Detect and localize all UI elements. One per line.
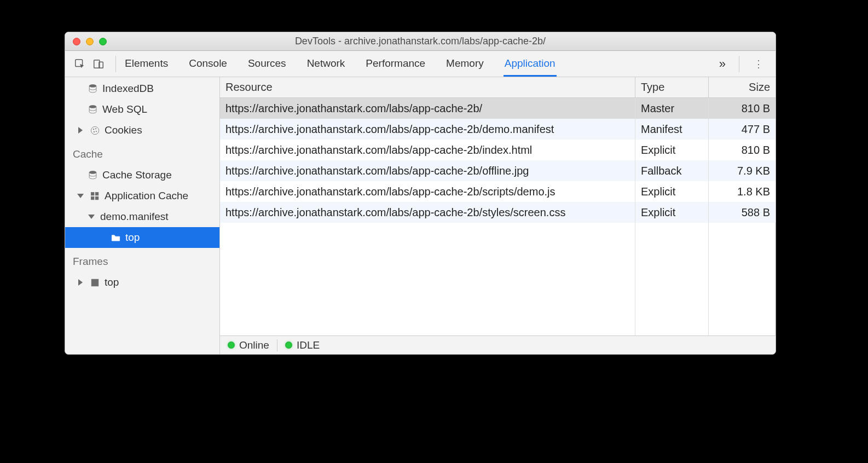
chevron-down-icon <box>88 215 95 219</box>
devtools-window: DevTools - archive.jonathanstark.com/lab… <box>65 32 776 355</box>
cell-resource: https://archive.jonathanstark.com/labs/a… <box>220 202 635 223</box>
status-bar: Online IDLE <box>220 335 776 354</box>
cell-type: Master <box>635 98 709 119</box>
sidebar-label: Cookies <box>105 124 142 136</box>
sidebar-item-indexeddb[interactable]: IndexedDB <box>65 78 219 99</box>
cell-size: 1.8 KB <box>709 181 776 202</box>
table-row[interactable]: https://archive.jonathanstark.com/labs/a… <box>220 140 776 160</box>
panel-tabs: Elements Console Sources Network Perform… <box>124 52 714 76</box>
close-window-button[interactable] <box>73 38 80 45</box>
table-filler <box>220 223 776 335</box>
divider <box>115 56 116 72</box>
sidebar-item-websql[interactable]: Web SQL <box>65 99 219 120</box>
tab-application[interactable]: Application <box>504 52 557 77</box>
table-row[interactable]: https://archive.jonathanstark.com/labs/a… <box>220 160 776 181</box>
sidebar-label: IndexedDB <box>102 83 154 95</box>
svg-point-7 <box>95 128 96 129</box>
tab-network[interactable]: Network <box>306 52 346 76</box>
sidebar-item-top-frame[interactable]: top <box>65 227 219 248</box>
svg-rect-14 <box>95 196 99 200</box>
inspect-element-icon[interactable] <box>71 55 89 73</box>
cell-type: Explicit <box>635 140 709 160</box>
svg-point-6 <box>93 129 94 130</box>
status-led-icon <box>228 342 235 349</box>
main-panel: Resource Type Size https://archive.jonat… <box>220 77 776 354</box>
svg-point-5 <box>91 126 99 134</box>
divider <box>277 339 277 351</box>
sidebar-group-frames: Frames <box>65 248 219 272</box>
sidebar-group-cache: Cache <box>65 141 219 165</box>
svg-rect-12 <box>95 192 99 195</box>
cell-resource: https://archive.jonathanstark.com/labs/a… <box>220 160 635 181</box>
tab-elements[interactable]: Elements <box>124 52 169 76</box>
sidebar-item-application-cache[interactable]: Application Cache <box>65 186 219 206</box>
cell-resource: https://archive.jonathanstark.com/labs/a… <box>220 119 635 140</box>
tab-memory[interactable]: Memory <box>445 52 485 76</box>
database-icon <box>87 170 98 181</box>
minimize-window-button[interactable] <box>86 38 94 45</box>
cell-size: 477 B <box>709 119 776 140</box>
window-title: DevTools - archive.jonathanstark.com/lab… <box>65 36 776 47</box>
cell-type: Explicit <box>635 181 709 202</box>
svg-point-4 <box>89 105 96 108</box>
sidebar-label: Web SQL <box>102 103 147 115</box>
sidebar-label: Application Cache <box>105 190 188 202</box>
cell-type: Fallback <box>635 160 709 181</box>
sidebar-label: Cache Storage <box>102 169 172 181</box>
cell-resource: https://archive.jonathanstark.com/labs/a… <box>220 98 635 119</box>
sidebar-item-cookies[interactable]: Cookies <box>65 120 219 141</box>
more-tabs-icon[interactable]: » <box>714 57 731 71</box>
status-online: Online <box>228 339 269 351</box>
table-row[interactable]: https://archive.jonathanstark.com/labs/a… <box>220 119 776 140</box>
status-label: IDLE <box>297 339 320 351</box>
cell-resource: https://archive.jonathanstark.com/labs/a… <box>220 140 635 160</box>
svg-point-3 <box>89 84 96 87</box>
tab-performance[interactable]: Performance <box>364 52 426 76</box>
cell-size: 810 B <box>709 98 776 119</box>
cell-size: 7.9 KB <box>709 160 776 181</box>
svg-point-10 <box>89 171 96 173</box>
settings-menu-icon[interactable]: ⋮ <box>747 58 770 70</box>
appcache-table: Resource Type Size https://archive.jonat… <box>220 77 776 335</box>
sidebar-label: top <box>105 276 119 288</box>
sidebar-label: demo.manifest <box>100 211 169 223</box>
grid-icon <box>89 190 100 201</box>
sidebar-item-frames-top[interactable]: top <box>65 272 219 293</box>
status-led-icon <box>285 342 292 349</box>
svg-rect-15 <box>91 279 99 286</box>
divider <box>739 56 739 72</box>
sidebar-label: top <box>125 231 140 244</box>
table-row[interactable]: https://archive.jonathanstark.com/labs/a… <box>220 181 776 202</box>
zoom-window-button[interactable] <box>99 38 107 45</box>
tab-sources[interactable]: Sources <box>247 52 287 76</box>
chevron-right-icon <box>78 127 83 134</box>
window-controls <box>73 38 107 45</box>
table-row[interactable]: https://archive.jonathanstark.com/labs/a… <box>220 202 776 223</box>
cell-type: Manifest <box>635 119 709 140</box>
database-icon <box>87 104 98 115</box>
cell-type: Explicit <box>635 202 709 223</box>
chevron-down-icon <box>77 194 84 198</box>
sidebar-item-cache-storage[interactable]: Cache Storage <box>65 165 219 186</box>
cell-size: 810 B <box>709 140 776 160</box>
sidebar-item-manifest[interactable]: demo.manifest <box>65 206 219 227</box>
svg-point-9 <box>95 131 96 132</box>
panel-body: IndexedDB Web SQL Cookies Cache Cache St… <box>65 77 776 354</box>
frame-icon <box>89 277 100 288</box>
tab-console[interactable]: Console <box>188 52 228 76</box>
device-toolbar-icon[interactable] <box>89 55 108 73</box>
database-icon <box>87 83 98 94</box>
col-resource[interactable]: Resource <box>220 77 635 97</box>
table-body: https://archive.jonathanstark.com/labs/a… <box>220 98 776 335</box>
chevron-right-icon <box>78 279 83 286</box>
table-row[interactable]: https://archive.jonathanstark.com/labs/a… <box>220 98 776 119</box>
toolbar: Elements Console Sources Network Perform… <box>65 51 776 77</box>
cell-resource: https://archive.jonathanstark.com/labs/a… <box>220 181 635 202</box>
status-label: Online <box>239 339 269 351</box>
svg-rect-11 <box>91 192 94 195</box>
col-size[interactable]: Size <box>709 77 776 97</box>
svg-rect-13 <box>91 196 94 200</box>
svg-point-8 <box>93 131 94 132</box>
col-type[interactable]: Type <box>635 77 709 97</box>
folder-icon <box>110 232 121 243</box>
